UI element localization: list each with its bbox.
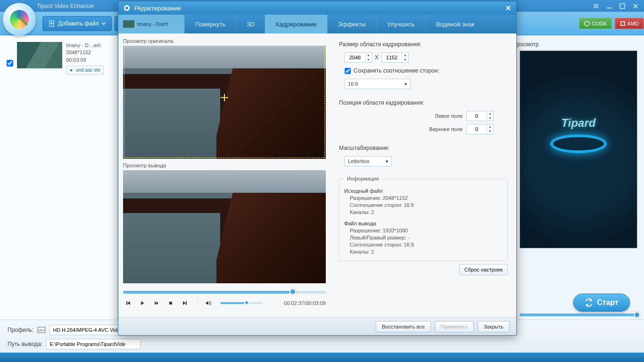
- spin-up-icon[interactable]: ▲: [402, 53, 408, 58]
- add-file-label: Добавить файл: [58, 20, 99, 27]
- add-file-button[interactable]: Добавить файл: [42, 16, 112, 31]
- tab-watermark[interactable]: Водяной знак: [425, 15, 485, 33]
- tab-3d[interactable]: 3D: [236, 15, 265, 33]
- dlg-volume-slider[interactable]: [221, 302, 263, 304]
- dialog-titlebar: Редактирование: [118, 1, 516, 15]
- profile-format-icon: MP4: [37, 326, 46, 334]
- tab-crop[interactable]: Кадрирование: [265, 15, 327, 33]
- svg-point-7: [585, 21, 589, 26]
- file-item[interactable]: Imany - D…em 2048*1152 00:03:09 und aac …: [4, 39, 114, 78]
- speaker-icon: [69, 68, 74, 73]
- mini-thumbnail: [123, 20, 134, 28]
- output-path-label: Путь вывода:: [8, 341, 42, 347]
- left-margin-label: Левое поле: [435, 113, 462, 119]
- crop-width-input[interactable]: ▲▼: [345, 52, 372, 63]
- output-preview: [123, 170, 326, 283]
- svg-rect-4: [620, 4, 625, 8]
- file-name: Imany - D…em: [66, 42, 104, 49]
- spin-down-icon[interactable]: ▼: [365, 58, 372, 62]
- svg-point-15: [125, 7, 128, 9]
- dialog-close-icon[interactable]: [505, 5, 512, 11]
- minimize-icon[interactable]: [604, 2, 614, 10]
- keep-aspect-label: Сохранять соотношение сторон:: [354, 67, 439, 74]
- dlg-prev-button[interactable]: [123, 298, 133, 308]
- plus-file-icon: [49, 20, 55, 27]
- amd-badge[interactable]: AMD: [615, 18, 644, 29]
- zoom-select[interactable]: Letterbox ▾: [345, 156, 392, 166]
- dialog-title: Редактирование: [134, 5, 181, 12]
- spin-down-icon[interactable]: ▼: [402, 58, 408, 62]
- svg-rect-2: [594, 7, 598, 8]
- cuda-badge[interactable]: CUDA: [579, 18, 611, 29]
- dialog-seekbar[interactable]: [123, 291, 326, 294]
- tab-rotate[interactable]: Повернуть: [184, 15, 236, 33]
- dlg-volume-icon[interactable]: [206, 300, 212, 306]
- svg-text:MP4: MP4: [39, 329, 45, 332]
- dialog-footer: Восстановить все Применить Закрыть: [118, 317, 516, 335]
- maximize-icon[interactable]: [618, 2, 627, 10]
- info-legend: Информация: [344, 176, 381, 181]
- dlg-ff-button[interactable]: [151, 298, 162, 308]
- edit-icon: [123, 4, 131, 12]
- output-heading: Файл вывода: [344, 221, 503, 226]
- dialog-tabs: Imany - Don't Повернуть 3D Кадрирование …: [118, 15, 516, 33]
- file-resolution: 2048*1152: [66, 49, 104, 56]
- svg-rect-8: [621, 22, 625, 25]
- chevron-down-icon: [102, 22, 106, 25]
- crop-crosshair-icon[interactable]: [221, 94, 228, 101]
- crop-height-input[interactable]: ▲▼: [381, 52, 409, 63]
- file-checkbox[interactable]: [7, 51, 13, 75]
- svg-rect-1: [594, 6, 598, 7]
- output-preview-label: Просмотр вывода: [123, 163, 326, 168]
- top-margin-label: Верхнее поле: [429, 126, 462, 132]
- start-button[interactable]: Старт: [573, 294, 630, 312]
- menu-icon[interactable]: [591, 2, 601, 10]
- dlg-next-button[interactable]: [180, 298, 190, 308]
- edit-dialog: Редактирование Imany - Don't Повернуть 3…: [118, 1, 517, 336]
- original-preview-label: Просмотр оригинала: [123, 38, 326, 44]
- file-list: Imany - D…em 2048*1152 00:03:09 und aac …: [0, 35, 118, 341]
- tab-enhance[interactable]: Улучшить: [376, 15, 425, 33]
- left-margin-input[interactable]: ▲▼: [466, 111, 494, 121]
- svg-rect-3: [607, 8, 611, 8]
- restore-all-button[interactable]: Восстановить все: [376, 321, 431, 332]
- nvidia-icon: [584, 21, 590, 26]
- top-margin-input[interactable]: ▲▼: [466, 124, 494, 134]
- source-heading: Исходный файл: [344, 188, 503, 194]
- crop-size-label: Размер области кадрирования:: [339, 41, 508, 48]
- file-duration: 00:03:09: [66, 57, 104, 64]
- dialog-file-tab[interactable]: Imany - Don't: [118, 15, 184, 33]
- svg-rect-0: [594, 4, 598, 5]
- info-fieldset: Информация Исходный файл Разрешение: 204…: [339, 176, 508, 261]
- apply-button[interactable]: Применить: [435, 321, 474, 332]
- chevron-down-icon: ▾: [386, 158, 388, 165]
- app-logo: [3, 3, 36, 36]
- profile-label: Профиль:: [8, 327, 33, 333]
- preview-seekbar[interactable]: [520, 313, 637, 316]
- close-icon[interactable]: [631, 2, 640, 10]
- file-audio-track[interactable]: und aac ste: [66, 66, 104, 75]
- dlg-play-button[interactable]: [137, 298, 148, 308]
- file-thumbnail: [17, 42, 62, 68]
- crop-pos-label: Позиция области кадрирования:: [339, 99, 508, 106]
- close-button[interactable]: Закрыть: [478, 321, 510, 332]
- svg-rect-16: [169, 302, 172, 304]
- preview-area: Tipard: [520, 50, 637, 248]
- keep-aspect-checkbox[interactable]: [345, 68, 351, 74]
- reset-settings-button[interactable]: Сброс настроек: [459, 264, 508, 275]
- tab-effects[interactable]: Эффекты: [327, 15, 376, 33]
- dlg-stop-button[interactable]: [165, 298, 176, 308]
- zoom-label: Масштабирование:: [339, 145, 508, 151]
- chevron-down-icon: ▾: [405, 81, 407, 87]
- aspect-ratio-select[interactable]: 16:9 ▾: [345, 79, 411, 89]
- profile-select[interactable]: [50, 325, 125, 335]
- footer-strip: [0, 353, 644, 362]
- output-path-input[interactable]: [46, 339, 140, 349]
- original-preview[interactable]: [123, 46, 326, 159]
- brand-text: Tipard: [561, 116, 596, 130]
- brand-ring-icon: [550, 134, 607, 153]
- spin-up-icon[interactable]: ▲: [365, 53, 372, 58]
- file-meta: Imany - D…em 2048*1152 00:03:09 und aac …: [66, 42, 104, 75]
- crop-rectangle[interactable]: [124, 47, 325, 158]
- amd-icon: [620, 21, 626, 26]
